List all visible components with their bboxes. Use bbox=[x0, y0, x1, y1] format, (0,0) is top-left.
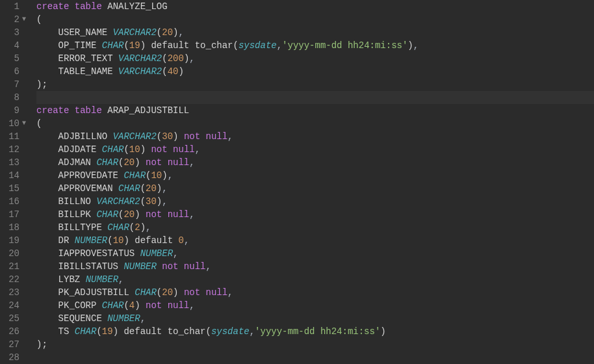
line-number: 25 bbox=[8, 312, 26, 325]
line-number: 28 bbox=[8, 351, 26, 364]
code-line[interactable]: IAPPROVESTATUS NUMBER, bbox=[36, 247, 594, 260]
line-number: 1 bbox=[8, 0, 26, 13]
line-number: 7 bbox=[8, 78, 26, 91]
code-line[interactable]: ADJBILLNO VARCHAR2(30) not null, bbox=[36, 130, 594, 143]
line-number: 11 bbox=[8, 130, 26, 143]
code-line[interactable]: LYBZ NUMBER, bbox=[36, 273, 594, 286]
line-number: 4 bbox=[8, 39, 26, 52]
line-number: 20 bbox=[8, 247, 26, 260]
code-line[interactable]: ADJDATE CHAR(10) not null, bbox=[36, 143, 594, 156]
line-number: 5 bbox=[8, 52, 26, 65]
code-line[interactable]: create table ARAP_ADJUSTBILL bbox=[36, 104, 594, 117]
code-line[interactable]: ( bbox=[36, 117, 594, 130]
code-line[interactable]: IBILLSTATUS NUMBER not null, bbox=[36, 260, 594, 273]
code-line[interactable]: DR NUMBER(10) default 0, bbox=[36, 234, 594, 247]
line-number: 22 bbox=[8, 273, 26, 286]
code-line[interactable]: APPROVEMAN CHAR(20), bbox=[36, 182, 594, 195]
line-number: 10▼ bbox=[8, 117, 26, 130]
code-line[interactable]: ); bbox=[36, 78, 594, 91]
code-line[interactable]: PK_CORP CHAR(4) not null, bbox=[36, 299, 594, 312]
line-number: 16 bbox=[8, 195, 26, 208]
line-number: 15 bbox=[8, 182, 26, 195]
line-number: 23 bbox=[8, 286, 26, 299]
line-number: 17 bbox=[8, 208, 26, 221]
line-number: 21 bbox=[8, 260, 26, 273]
code-line[interactable] bbox=[36, 351, 594, 364]
line-number: 14 bbox=[8, 169, 26, 182]
code-line[interactable]: APPROVEDATE CHAR(10), bbox=[36, 169, 594, 182]
line-number: 3 bbox=[8, 26, 26, 39]
fold-icon[interactable]: ▼ bbox=[21, 117, 26, 130]
line-number: 12 bbox=[8, 143, 26, 156]
line-number: 26 bbox=[8, 325, 26, 338]
fold-icon[interactable]: ▼ bbox=[21, 13, 26, 26]
line-number: 24 bbox=[8, 299, 26, 312]
code-area[interactable]: create table ANALYZE_LOG( USER_NAME VARC… bbox=[31, 0, 594, 364]
code-line[interactable]: OP_TIME CHAR(19) default to_char(sysdate… bbox=[36, 39, 594, 52]
code-line[interactable]: ( bbox=[36, 13, 594, 26]
code-line[interactable] bbox=[36, 91, 594, 104]
code-line[interactable]: TS CHAR(19) default to_char(sysdate,'yyy… bbox=[36, 325, 594, 338]
line-number: 18 bbox=[8, 221, 26, 234]
code-line[interactable]: create table ANALYZE_LOG bbox=[36, 0, 594, 13]
code-line[interactable]: ADJMAN CHAR(20) not null, bbox=[36, 156, 594, 169]
code-editor[interactable]: 12▼345678910▼111213141516171819202122232… bbox=[0, 0, 594, 364]
line-number: 9 bbox=[8, 104, 26, 117]
line-number: 27 bbox=[8, 338, 26, 351]
code-line[interactable]: BILLPK CHAR(20) not null, bbox=[36, 208, 594, 221]
code-line[interactable]: BILLNO VARCHAR2(30), bbox=[36, 195, 594, 208]
line-gutter: 12▼345678910▼111213141516171819202122232… bbox=[0, 0, 31, 364]
code-line[interactable]: BILLTYPE CHAR(2), bbox=[36, 221, 594, 234]
line-number: 19 bbox=[8, 234, 26, 247]
line-number: 2▼ bbox=[8, 13, 26, 26]
line-number: 8 bbox=[8, 91, 26, 104]
code-line[interactable]: ERROR_TEXT VARCHAR2(200), bbox=[36, 52, 594, 65]
code-line[interactable]: TABLE_NAME VARCHAR2(40) bbox=[36, 65, 594, 78]
code-line[interactable]: USER_NAME VARCHAR2(20), bbox=[36, 26, 594, 39]
code-line[interactable]: SEQUENCE NUMBER, bbox=[36, 312, 594, 325]
code-line[interactable]: ); bbox=[36, 338, 594, 351]
line-number: 6 bbox=[8, 65, 26, 78]
code-line[interactable]: PK_ADJUSTBILL CHAR(20) not null, bbox=[36, 286, 594, 299]
line-number: 13 bbox=[8, 156, 26, 169]
